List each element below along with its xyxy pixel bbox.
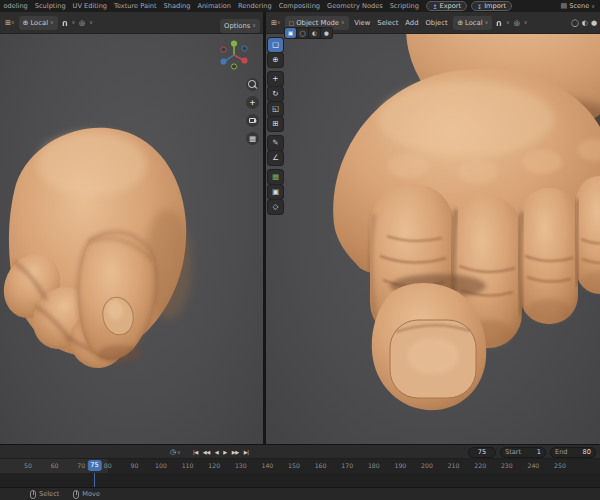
tool-measure[interactable]: ∠	[268, 151, 283, 165]
tool-move[interactable]: +	[268, 72, 283, 86]
chevron-down-icon: ∨	[71, 20, 75, 25]
blender-window: odelingSculptingUV EditingTexture PaintS…	[0, 0, 600, 500]
axis-y-icon[interactable]	[231, 40, 237, 46]
import-icon: ↧	[477, 3, 482, 10]
status-hint-move: Move	[73, 490, 100, 499]
shading-rendered[interactable]: ●	[321, 28, 332, 38]
workspace-tab-odeling[interactable]: odeling	[0, 0, 31, 12]
ruler-frame-170: 170	[341, 462, 353, 469]
prev-keyframe-button[interactable]: ◀◀	[202, 449, 211, 455]
workspace-tab-geometry-nodes[interactable]: Geometry Nodes	[324, 0, 387, 12]
pan-hand-icon[interactable]: +	[246, 96, 259, 109]
timeline-editor: ◷∨ |◀◀◀◀▶▶▶▶| 75 Start1 End80 75 5060708…	[0, 444, 600, 487]
workspace-tab-sculpting[interactable]: Sculpting	[31, 0, 69, 12]
transform-orientation-dropdown[interactable]: ⊕Local∨	[453, 16, 492, 30]
orientation-globe-icon: ⊕	[23, 19, 29, 27]
frame-end-field[interactable]: End80	[550, 447, 596, 458]
tool-camera[interactable]: ▣	[268, 185, 283, 199]
chevron-down-icon: ∨	[11, 20, 15, 25]
jump-to-start-button[interactable]: |◀	[192, 449, 199, 455]
left-viewport-canvas[interactable]	[0, 34, 263, 444]
snap-magnet-icon[interactable]: U	[494, 16, 504, 30]
import-button[interactable]: ↧Import	[471, 1, 512, 11]
timeline-header: ◷∨ |◀◀◀◀▶▶▶▶| 75 Start1 End80	[0, 445, 600, 459]
orientation-globe-icon: ⊕	[457, 19, 463, 27]
thumb[interactable]	[78, 232, 156, 360]
axis-z-icon[interactable]	[220, 58, 226, 64]
workspace-tab-compositing[interactable]: Compositing	[275, 0, 323, 12]
zoom-icon[interactable]	[246, 78, 259, 91]
viewport-nav-controls: + ▦	[246, 78, 259, 145]
camera-view-icon[interactable]	[246, 114, 259, 127]
menu-add[interactable]: Add	[402, 19, 422, 27]
playhead[interactable]: 75	[87, 460, 101, 471]
workspace-tab-scripting[interactable]: Scripting	[386, 0, 422, 12]
playback-transport: |◀◀◀◀▶▶▶▶|	[192, 445, 249, 459]
left-viewport-header: ⊞∨ ⊕Local∨ U ∨ ◎ ∨ Options∨	[0, 12, 263, 34]
jump-to-end-button[interactable]: ▶|	[243, 449, 250, 455]
workspace-tab-texture-paint[interactable]: Texture Paint	[111, 0, 161, 12]
ruler-frame-60: 60	[51, 462, 59, 469]
frame-start-field[interactable]: Start1	[500, 447, 546, 458]
export-icon: ↥	[432, 3, 437, 10]
scene-icon: ▤	[561, 2, 568, 10]
chevron-down-icon: ∨	[506, 20, 510, 25]
play-reverse-button[interactable]: ◀	[214, 449, 220, 455]
tool-rotate[interactable]: ↻	[268, 87, 283, 101]
next-keyframe-button[interactable]: ▶▶	[231, 449, 240, 455]
workspace-tab-rendering[interactable]: Rendering	[235, 0, 276, 12]
ruler-frame-210: 210	[448, 462, 460, 469]
tool-cursor[interactable]: ⊕	[268, 53, 283, 67]
proportional-editing-icon[interactable]: ◎	[512, 16, 522, 30]
snap-magnet-icon[interactable]: U	[60, 16, 70, 30]
tool-scale[interactable]: ◱	[268, 102, 283, 116]
ruler-frame-230: 230	[501, 462, 513, 469]
shading-material[interactable]: ◐	[309, 28, 320, 38]
fist-model-left[interactable]	[0, 128, 192, 380]
workspace-tab-animation[interactable]: Animation	[194, 0, 235, 12]
shading-wireframe[interactable]: ▣	[285, 28, 296, 38]
tool-empty[interactable]: ◇	[268, 200, 283, 214]
editor-type-button[interactable]: ⊞∨	[269, 16, 283, 30]
workspace-tab-uv-editing[interactable]: UV Editing	[69, 0, 110, 12]
proportional-editing-icon[interactable]: ◎	[77, 16, 87, 30]
menu-view[interactable]: View	[351, 19, 374, 27]
keymap-hints: SelectMove	[30, 490, 100, 499]
ruler-frame-250: 250	[554, 462, 566, 469]
menu-select[interactable]: Select	[374, 19, 402, 27]
scene-selector[interactable]: ▤Scene∨	[561, 2, 595, 10]
mouse-icon	[30, 490, 36, 499]
ruler-frame-150: 150	[288, 462, 300, 469]
chevron-down-icon: ∨	[591, 4, 595, 9]
play-button[interactable]: ▶	[222, 449, 228, 455]
ruler-frame-120: 120	[208, 462, 220, 469]
tool-annotate[interactable]: ✎	[268, 136, 283, 150]
navigation-gizmo[interactable]	[217, 38, 251, 72]
shading-solid[interactable]: ◯	[297, 28, 308, 38]
options-dropdown[interactable]: Options∨	[220, 19, 260, 33]
editor-type-button[interactable]: ⊞∨	[3, 16, 17, 30]
ruler-frame-140: 140	[261, 462, 273, 469]
timeline-track-area[interactable]	[0, 473, 600, 488]
workspace-tab-shading[interactable]: Shading	[160, 0, 194, 12]
fist-model-right[interactable]	[333, 34, 600, 410]
tool-select-box[interactable]: ▢	[268, 38, 283, 52]
chevron-down-icon: ∨	[524, 20, 528, 25]
ruler-frame-110: 110	[182, 462, 194, 469]
chevron-down-icon: ∨	[89, 20, 93, 25]
timeline-editor-type-icon[interactable]: ◷∨	[170, 446, 181, 458]
menu-object[interactable]: Object	[422, 19, 451, 27]
tool-add-cube[interactable]: ▦	[268, 170, 283, 184]
axis-x-icon[interactable]	[241, 57, 247, 63]
current-frame-field[interactable]: 75	[468, 447, 496, 458]
viewport-shading-cluster[interactable]: ◯◐●	[571, 19, 597, 27]
grid-ortho-icon[interactable]: ▦	[246, 132, 259, 145]
shading-mode-row: ▣◯◐●	[284, 27, 333, 39]
timeline-ruler[interactable]: 75 5060708090100110120130140150160170180…	[0, 459, 600, 473]
tool-transform[interactable]: ⊞	[268, 117, 283, 131]
transform-orientation-dropdown[interactable]: ⊕Local∨	[19, 16, 58, 30]
ruler-frame-80: 80	[104, 462, 112, 469]
ruler-frame-50: 50	[24, 462, 32, 469]
export-button[interactable]: ↥Export	[426, 1, 467, 11]
right-viewport-canvas[interactable]	[266, 34, 600, 444]
